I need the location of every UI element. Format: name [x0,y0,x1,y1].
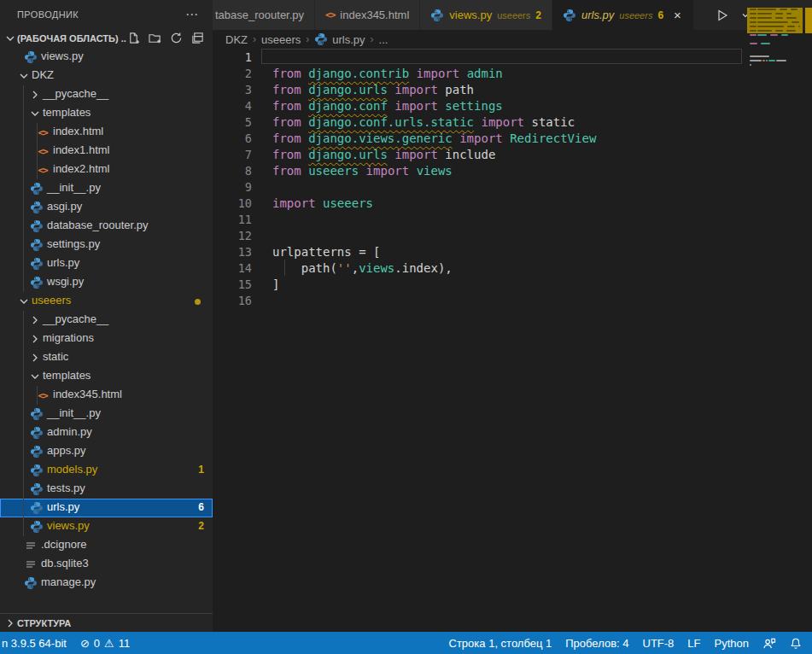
html-file-icon: <> [36,126,50,139]
code-line-5[interactable]: 5from django.conf.urls.static import sta… [213,114,812,130]
tree-item-label: db.sqlite3 [41,557,89,569]
status-python-version[interactable]: n 3.9.5 64-bit [2,637,67,650]
line-number: 13 [213,245,252,259]
tree-item--init-py[interactable]: __init__.py [0,405,213,423]
tree-item-label: __pycache__ [43,87,108,100]
tree-item-views-py[interactable]: views.py2 [0,517,213,536]
code-line-2[interactable]: 2from django.contrib import admin [213,65,812,81]
tree-item-templates[interactable]: templates [0,367,213,386]
status-notifications[interactable] [790,637,802,650]
code-line-9[interactable]: 9 [213,178,812,195]
code-line-7[interactable]: 7from django.urls import include [213,146,812,162]
tree-item-database-roouter-py[interactable]: database_roouter.py [0,217,213,236]
tab-urls-py[interactable]: urls.pyuseeers6× [552,0,694,30]
python-file-icon [30,238,44,252]
code-line-15[interactable]: 15] [213,276,812,292]
html-file-icon: <> [36,144,50,158]
tree-item-asgi-py[interactable]: asgi.py [0,198,213,217]
code-line-11[interactable]: 11 [213,211,812,227]
code-line-3[interactable]: 3from django.urls import path [213,81,812,97]
code-editor[interactable]: 12from django.contrib import admin3from … [213,49,812,632]
tree-item-db-sqlite3[interactable]: db.sqlite3 [0,555,213,574]
tree-item-wsgi-py[interactable]: wsgi.py [0,273,213,292]
tree-item-apps-py[interactable]: apps.py [0,442,213,461]
chevron-down-icon [28,370,42,383]
tree-item-settings-py[interactable]: settings.py [0,236,213,254]
tree-item-useeers[interactable]: useeers [0,292,213,311]
tree-item-index2-html[interactable]: <>index2.html [0,161,213,179]
tree-item-tests-py[interactable]: tests.py [0,480,213,499]
refresh-button[interactable] [169,32,183,45]
tree-item-templates[interactable]: templates [0,104,213,123]
breadcrumb-item-label: urls.py [332,33,365,46]
minimap[interactable] [747,0,803,256]
tree-item--dcignore[interactable]: .dcignore [0,536,213,555]
status-eol[interactable]: LF [687,637,700,650]
tab-views-py[interactable]: views.pyuseeers2 [420,0,552,30]
code-line-14[interactable]: 14 path('',views.index), [213,260,812,276]
tree-item-label: urls.py [47,500,79,513]
html-icon: <> [325,9,335,20]
code-line-6[interactable]: 6from django.views.generic import Redire… [213,130,812,146]
code-line-text: from django.conf.urls.static import stat… [252,115,575,129]
status-indentation[interactable]: Пробелов: 4 [565,637,628,650]
tree-item-label: .dcignore [41,538,86,551]
tree-item-admin-py[interactable]: admin.py [0,423,213,442]
tree-item--pycache-[interactable]: __pycache__ [0,85,213,104]
breadcrumb-item[interactable]: ... [379,33,388,46]
problems-badge: 6 [198,501,204,513]
tree-item-manage-py[interactable]: manage.py [0,574,213,593]
new-file-button[interactable] [126,32,140,45]
outline-section-header[interactable]: СТРУКТУРА [0,613,213,632]
breadcrumb-item[interactable]: useeers [261,33,301,46]
code-line-4[interactable]: 4from django.conf import settings [213,97,812,114]
status-cursor-position[interactable]: Строка 1, столбец 1 [449,637,552,650]
python-file-icon [30,520,44,534]
tree-item-index345-html[interactable]: <>index345.html [0,386,213,405]
code-line-8[interactable]: 8from useeers import views [213,162,812,178]
status-language-mode[interactable]: Python [715,637,749,650]
workspace-section-header[interactable]: (РАБОЧАЯ ОБЛАСТЬ) ... [0,28,213,48]
tree-item-label: index1.html [53,143,109,156]
new-folder-button[interactable] [148,32,161,45]
tree-item-urls-py[interactable]: urls.py6 [0,499,213,517]
tree-item-dkz[interactable]: DKZ [0,67,213,85]
explorer-title: ПРОВОДНИК [17,9,182,20]
python-file-icon [30,219,44,233]
breadcrumb-item[interactable]: urls.py [314,32,365,46]
new-folder-icon [149,32,161,44]
breadcrumb-item[interactable]: DKZ [225,33,248,46]
code-line-text: urlpatterns = [ [252,245,380,259]
explorer-more-button[interactable]: ⋯ [182,7,202,22]
code-line-12[interactable]: 12 [213,227,812,243]
python-file-icon [30,182,44,196]
line-number: 8 [213,164,252,178]
code-line-16[interactable]: 16 [213,292,812,308]
code-line-10[interactable]: 10import useeers [213,195,812,211]
tree-item-index1-html[interactable]: <>index1.html [0,142,213,161]
close-icon[interactable]: × [672,8,683,22]
status-feedback[interactable] [762,637,776,650]
tree-item-views-py[interactable]: views.py [0,48,213,67]
code-line-1[interactable]: 1 [213,49,812,65]
tree-item--init-py[interactable]: __init__.py [0,179,213,198]
tree-item-static[interactable]: static [0,348,213,367]
explorer-sidebar: ПРОВОДНИК ⋯ (РАБОЧАЯ ОБЛАСТЬ) ... views.… [0,0,213,632]
tree-item-urls-py[interactable]: urls.py [0,254,213,273]
breadcrumb: DKZ›useeers›urls.py›... [213,30,812,49]
run-button[interactable] [716,9,729,22]
collapse-all-button[interactable] [190,32,204,45]
tree-item-index-html[interactable]: <>index.html [0,123,213,142]
status-problems[interactable]: ⊘0⚠11 [80,637,130,650]
status-encoding[interactable]: UTF-8 [643,637,675,650]
python-file-icon [30,407,44,421]
modified-dot-icon [195,299,201,305]
chevron-down-icon [28,107,42,120]
code-line-13[interactable]: 13urlpatterns = [ [213,243,812,260]
tree-item--pycache-[interactable]: __pycache__ [0,311,213,330]
tab-index345-html[interactable]: <>index345.html [315,0,420,30]
tree-item-migrations[interactable]: migrations [0,330,213,348]
tab-tabase-roouter-py[interactable]: tabase_roouter.py [213,0,315,30]
tree-item-label: admin.py [47,425,92,438]
tree-item-models-py[interactable]: models.py1 [0,461,213,480]
